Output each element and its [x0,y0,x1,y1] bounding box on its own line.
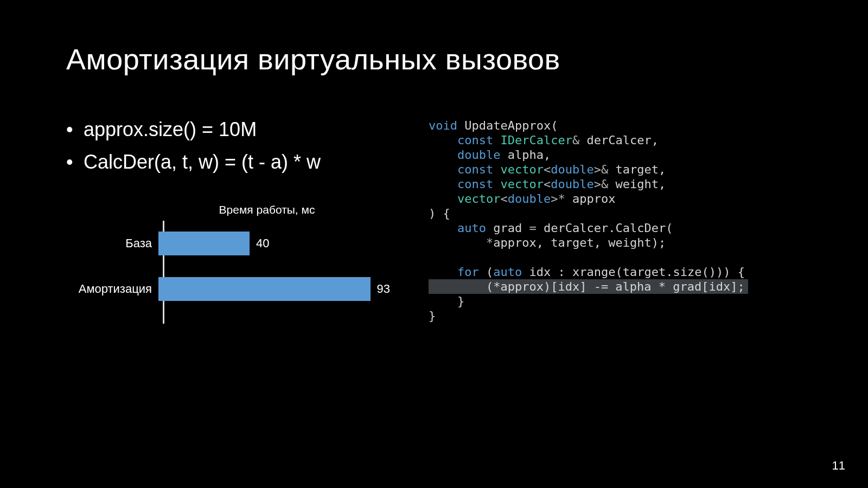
chart-value-label: 93 [377,282,390,296]
bullet-dot-icon [66,151,84,174]
chart-value-label: 40 [256,236,269,251]
chart-bar-row: Амортизация 93 [66,277,413,301]
chart-bar-row: База 40 [66,232,413,255]
runtime-chart: Время работы, мс База 40 Амортизация 93 [66,203,413,324]
slide-title: Амортизация виртуальных вызовов [66,42,560,76]
chart-plot-area: База 40 Амортизация 93 [66,221,413,324]
chart-bar [158,277,371,301]
code-highlighted-line: (*approx)[idx] -= alpha * grad[idx]; [429,279,748,294]
page-number: 11 [832,459,845,473]
code-snippet: void UpdateApprox( const IDerCalcer& der… [429,118,748,323]
chart-category-label: Амортизация [66,282,158,296]
bullet-text: CalcDer(a, t, w) = (t - a) * w [84,151,321,174]
bullet-list: approx.size() = 10M CalcDer(a, t, w) = (… [66,118,321,174]
chart-title: Время работы, мс [153,203,381,216]
slide: Амортизация виртуальных вызовов approx.s… [0,0,868,488]
bullet-dot-icon [66,118,84,141]
bullet-item: CalcDer(a, t, w) = (t - a) * w [66,151,321,174]
chart-bar [158,232,250,255]
bullet-text: approx.size() = 10M [84,118,257,141]
bullet-item: approx.size() = 10M [66,118,321,141]
chart-category-label: База [66,236,158,251]
